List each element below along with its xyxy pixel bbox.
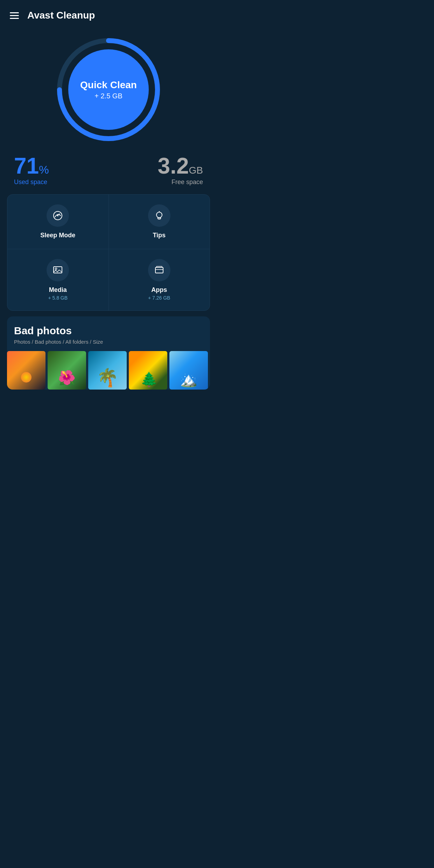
used-space-label: Used space [14, 178, 49, 186]
stats-section: 71% Used space 3.2GB Free space [0, 149, 217, 194]
apps-icon [148, 259, 170, 281]
free-space-label: Free space [172, 178, 203, 186]
svg-point-5 [156, 212, 162, 218]
quick-clean-button[interactable]: Quick Clean + 2.5 GB [68, 49, 149, 130]
feature-grid: Sleep Mode Tips [7, 194, 210, 311]
svg-rect-12 [156, 266, 162, 267]
sleep-mode-icon [47, 204, 69, 227]
free-space-value: 3.2GB [158, 155, 203, 177]
feature-row-bottom: Media + 5.8 GB Apps + 7.26 GB [7, 249, 210, 310]
quick-clean-label: Quick Clean [80, 79, 137, 91]
quick-clean-circle-container: Quick Clean + 2.5 GB [56, 37, 161, 142]
bad-photos-breadcrumb: Photos / Bad photos / All folders / Size [14, 339, 203, 345]
photo-thumb-5[interactable] [169, 351, 208, 390]
svg-rect-9 [54, 267, 62, 273]
svg-point-10 [55, 268, 57, 270]
apps-label: Apps [151, 286, 167, 294]
apps-button[interactable]: Apps + 7.26 GB [109, 249, 210, 310]
tips-icon [148, 204, 170, 227]
feature-row-top: Sleep Mode Tips [7, 195, 210, 249]
photo-thumb-3[interactable] [88, 351, 127, 390]
media-label: Media [49, 286, 67, 294]
bad-photos-section: Bad photos Photos / Bad photos / All fol… [7, 316, 210, 390]
media-icon [47, 259, 69, 281]
photos-row [7, 351, 210, 390]
used-space-value: 71% [14, 155, 49, 177]
sleep-mode-button[interactable]: Sleep Mode [7, 195, 109, 249]
free-space-stat: 3.2GB Free space [158, 155, 203, 186]
used-space-stat: 71% Used space [14, 155, 49, 186]
apps-sub: + 7.26 GB [148, 295, 170, 301]
media-button[interactable]: Media + 5.8 GB [7, 249, 109, 310]
quick-clean-size: + 2.5 GB [94, 92, 122, 100]
tips-label: Tips [153, 232, 166, 239]
bad-photos-title: Bad photos [14, 325, 203, 337]
header: Avast Cleanup [0, 0, 217, 27]
photo-thumb-1[interactable] [7, 351, 46, 390]
photo-thumb-4[interactable] [129, 351, 167, 390]
photo-thumb-2[interactable] [48, 351, 86, 390]
sleep-mode-label: Sleep Mode [40, 232, 75, 239]
quick-clean-section: Quick Clean + 2.5 GB [0, 27, 217, 149]
app-title: Avast Cleanup [27, 10, 95, 21]
tips-button[interactable]: Tips [109, 195, 210, 249]
svg-rect-11 [155, 267, 163, 273]
media-sub: + 5.8 GB [48, 295, 68, 301]
menu-button[interactable] [10, 12, 19, 19]
